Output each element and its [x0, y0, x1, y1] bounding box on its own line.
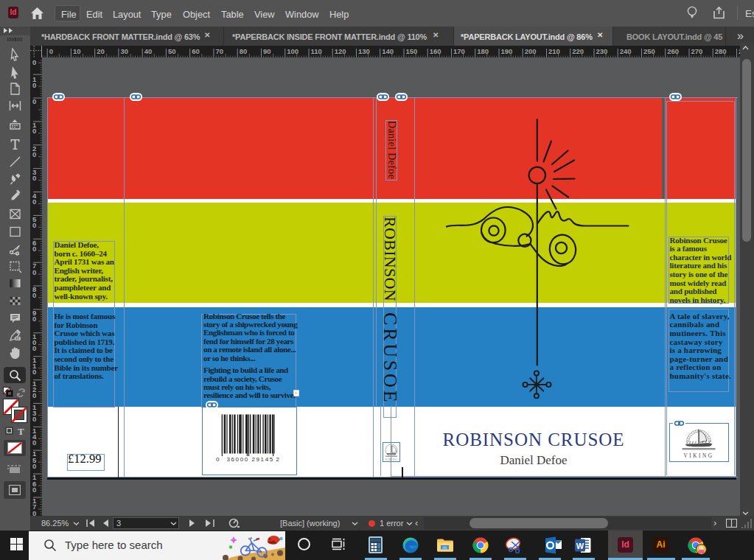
svg-text:VIKING: VIKING: [385, 458, 397, 461]
svg-text:VIKING: VIKING: [683, 453, 713, 459]
svg-text:W: W: [576, 542, 584, 550]
